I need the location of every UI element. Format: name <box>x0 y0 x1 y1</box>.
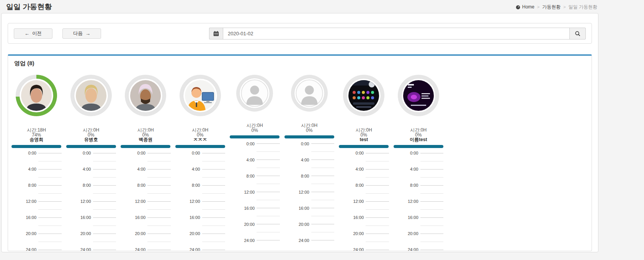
timeline-row: 20:00 <box>9 230 64 238</box>
person-card: 시간:0H 0% 유병호 0:004:008:0012:0016:0020:00… <box>64 75 119 251</box>
time-label: 시간:0H <box>356 128 372 133</box>
activity-ring-inner <box>347 79 381 112</box>
timeline-gridline <box>202 250 226 250</box>
timeline-gridline <box>202 201 226 202</box>
timeline-gridline <box>38 169 62 169</box>
next-button[interactable]: 다음 → <box>62 28 101 39</box>
timeline-gridline <box>202 217 226 218</box>
timeline-row <box>173 157 228 165</box>
timeline-tick-label: 24:00 <box>391 247 420 251</box>
timeline-tick-label: 4:00 <box>391 167 420 171</box>
timeline-gridline <box>257 184 280 184</box>
prev-button[interactable]: ← 이전 <box>14 28 52 39</box>
timeline-tick-label: 0:00 <box>391 151 420 155</box>
section-box: 영업 (8) 시간:18H 74% 송영희 0:004:008:0012:001… <box>8 54 592 251</box>
timeline-row: 0:00 <box>173 149 228 157</box>
avatar[interactable] <box>348 80 379 111</box>
timeline-row: 16:00 <box>227 204 282 212</box>
section-title: 영업 (8) <box>8 56 592 70</box>
activity-ring <box>16 75 57 116</box>
timeline-gridline <box>202 193 226 194</box>
activity-ring-inner <box>74 79 108 112</box>
timeline-tick-label: 0:00 <box>173 151 202 155</box>
timeline-row: 12:00 <box>282 188 337 196</box>
timeline-row <box>118 189 173 197</box>
person-stats: 시간:0H 0% <box>301 123 317 133</box>
avatar[interactable] <box>76 80 106 111</box>
timeline-gridline <box>147 193 171 194</box>
breadcrumb-home[interactable]: Home <box>515 4 534 10</box>
search-button[interactable] <box>570 28 586 39</box>
timeline-tick-label: 20:00 <box>9 231 38 236</box>
timeline-row <box>337 222 391 230</box>
divider-bar <box>175 145 225 148</box>
timeline-gridline <box>420 169 444 169</box>
timeline-row <box>173 173 228 181</box>
timeline-row: 12:00 <box>173 197 228 206</box>
timeline: 0:004:008:0012:0016:0020:0024:00 <box>173 149 228 251</box>
avatar[interactable] <box>185 80 216 111</box>
timeline-tick-label: 8:00 <box>391 183 420 188</box>
avatar[interactable] <box>130 80 161 111</box>
timeline-tick-label: 24:00 <box>337 247 366 251</box>
timeline-tick-label: 24:00 <box>64 247 93 251</box>
timeline-row: 16:00 <box>282 204 337 212</box>
breadcrumb-separator: > <box>537 5 539 9</box>
timeline-gridline <box>257 151 280 152</box>
breadcrumb-item-middle[interactable]: 가동현황 <box>542 4 561 10</box>
timeline-row: 20:00 <box>337 230 391 238</box>
timeline-row: 16:00 <box>64 214 119 222</box>
person-name: 백종원 <box>137 137 154 142</box>
person-card: 시간:0H 0% 백종원 0:004:008:0012:0016:0020:00… <box>118 75 173 251</box>
timeline-gridline <box>257 200 280 200</box>
avatar[interactable] <box>296 79 323 107</box>
activity-ring-inner <box>294 78 324 108</box>
avatar[interactable] <box>21 80 52 111</box>
timeline-gridline <box>366 177 389 178</box>
timeline-gridline <box>366 169 389 169</box>
timeline-row: 16:00 <box>337 214 391 222</box>
person-card: 시간:0H 0% test 0:004:008:0012:0016:0020:0… <box>337 75 391 251</box>
timeline-gridline <box>38 209 62 210</box>
timeline-tick-label: 4:00 <box>173 167 202 171</box>
avatar[interactable] <box>241 79 268 107</box>
timeline-tick-label: 4:00 <box>64 167 93 171</box>
timeline-row <box>282 196 337 204</box>
timeline-gridline <box>420 225 444 226</box>
timeline-row <box>282 212 337 220</box>
timeline-gridline <box>202 225 226 226</box>
timeline-gridline <box>257 143 280 144</box>
timeline-row: 0:00 <box>391 149 446 157</box>
timeline-row <box>337 173 391 181</box>
timeline-tick-label: 20:00 <box>337 231 366 236</box>
timeline-gridline <box>147 153 171 153</box>
prev-button-label: 이전 <box>32 30 42 37</box>
timeline-row <box>227 148 282 156</box>
timeline-row: 24:00 <box>118 246 173 251</box>
timeline-gridline <box>202 234 226 234</box>
timeline-tick-label: 8:00 <box>173 183 202 188</box>
divider-bar <box>339 145 389 148</box>
person-stats: 시간:0H 0% test <box>356 128 372 142</box>
timeline-gridline <box>38 201 62 202</box>
timeline-tick-label: 0:00 <box>227 142 257 146</box>
date-input[interactable] <box>223 28 570 39</box>
timeline-tick-label: 8:00 <box>337 183 366 188</box>
timeline-gridline <box>93 225 116 226</box>
timeline-gridline <box>311 176 335 176</box>
timeline-row <box>337 157 391 165</box>
search-icon <box>575 31 580 36</box>
timeline-row: 12:00 <box>9 197 64 206</box>
timeline-row <box>227 196 282 204</box>
timeline-gridline <box>257 160 280 160</box>
timeline-tick-label: 16:00 <box>282 206 311 211</box>
timeline-gridline <box>147 177 171 178</box>
toolbar: ← 이전 다음 → <box>8 23 592 44</box>
timeline-tick-label: 12:00 <box>118 199 147 204</box>
timeline-gridline <box>38 177 62 178</box>
timeline-gridline <box>147 242 171 242</box>
timeline-gridline <box>311 224 335 224</box>
timeline-gridline <box>420 161 444 161</box>
avatar[interactable] <box>403 80 434 111</box>
timeline-row: 24:00 <box>282 236 337 244</box>
